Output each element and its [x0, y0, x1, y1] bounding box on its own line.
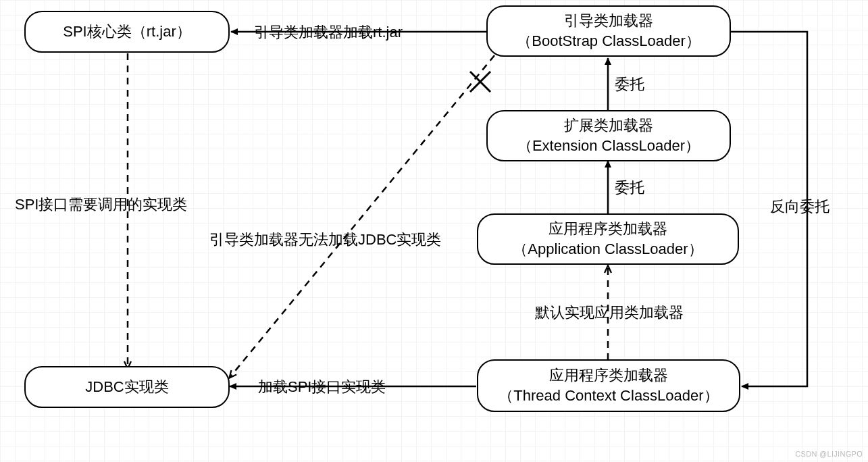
node-bootstrap: 引导类加载器 （BootStrap ClassLoader）	[486, 5, 731, 57]
svg-line-3	[470, 72, 490, 92]
label-bootstrap-to-jdbc-fail: 引导类加载器无法加载JDBC实现类	[209, 230, 441, 250]
label-bootstrap-to-tcc: 反向委托	[770, 197, 829, 217]
node-application: 应用程序类加载器 （Application ClassLoader）	[477, 213, 739, 265]
label-tcc-to-app: 默认实现应用类加载器	[535, 303, 684, 323]
node-jdbc-impl: JDBC实现类	[24, 366, 230, 408]
watermark: CSDN @LIJINGPO	[795, 450, 863, 458]
node-extension-line2: （Extension ClassLoader）	[517, 136, 700, 156]
node-application-line1: 应用程序类加载器	[548, 219, 667, 239]
label-app-to-ext: 委托	[615, 178, 644, 198]
label-bootstrap-to-spi: 引导类加载器加载rt.jar	[254, 22, 403, 43]
node-thread-context: 应用程序类加载器 （Thread Context ClassLoader）	[477, 359, 740, 412]
node-bootstrap-line2: （BootStrap ClassLoader）	[517, 31, 700, 51]
node-spi-core: SPI核心类（rt.jar）	[24, 11, 230, 53]
node-spi-core-line1: SPI核心类（rt.jar）	[63, 22, 190, 42]
node-extension: 扩展类加载器 （Extension ClassLoader）	[486, 110, 731, 161]
svg-line-4	[470, 72, 490, 92]
node-thread-ctx-line2: （Thread Context ClassLoader）	[499, 386, 718, 406]
node-bootstrap-line1: 引导类加载器	[564, 11, 653, 31]
node-jdbc-impl-line1: JDBC实现类	[85, 377, 168, 397]
svg-line-2	[230, 55, 494, 378]
node-extension-line1: 扩展类加载器	[564, 116, 653, 136]
label-tcc-to-jdbc: 加载SPI接口实现类	[258, 377, 386, 397]
label-spi-to-jdbc: SPI接口需要调用的实现类	[15, 195, 187, 215]
node-application-line2: （Application ClassLoader）	[513, 239, 703, 259]
label-ext-to-bootstrap: 委托	[615, 74, 644, 95]
node-thread-ctx-line1: 应用程序类加载器	[549, 365, 668, 386]
